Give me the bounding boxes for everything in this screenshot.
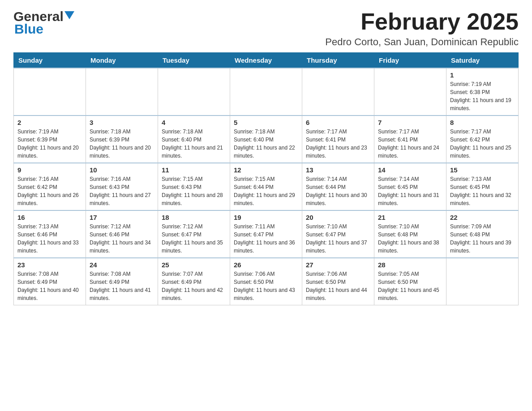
day-info: Sunrise: 7:16 AM Sunset: 6:42 PM Dayligh… [17,175,82,207]
calendar-cell: 8Sunrise: 7:17 AM Sunset: 6:42 PM Daylig… [446,116,519,163]
day-info: Sunrise: 7:15 AM Sunset: 6:44 PM Dayligh… [234,175,298,207]
calendar-cell [374,68,446,116]
calendar-cell: 5Sunrise: 7:18 AM Sunset: 6:40 PM Daylig… [230,116,302,163]
day-info: Sunrise: 7:12 AM Sunset: 6:46 PM Dayligh… [90,223,154,255]
day-info: Sunrise: 7:19 AM Sunset: 6:38 PM Dayligh… [450,80,515,112]
day-info: Sunrise: 7:13 AM Sunset: 6:45 PM Dayligh… [450,175,515,207]
day-number: 13 [306,166,370,174]
svg-marker-0 [64,11,74,19]
day-number: 3 [90,119,154,126]
day-info: Sunrise: 7:17 AM Sunset: 6:41 PM Dayligh… [378,128,442,160]
calendar-cell: 4Sunrise: 7:18 AM Sunset: 6:40 PM Daylig… [158,116,230,163]
day-number: 18 [162,214,226,221]
calendar-cell [158,68,230,116]
calendar-cell: 25Sunrise: 7:07 AM Sunset: 6:49 PM Dayli… [158,258,230,305]
calendar-cell [230,68,302,116]
day-number: 25 [162,261,226,269]
day-number: 10 [90,166,154,174]
day-info: Sunrise: 7:07 AM Sunset: 6:49 PM Dayligh… [162,270,226,302]
day-number: 8 [450,119,515,126]
month-title: February 2025 [325,9,519,34]
calendar-cell: 18Sunrise: 7:12 AM Sunset: 6:47 PM Dayli… [158,210,230,258]
day-number: 23 [17,261,82,269]
calendar-cell: 3Sunrise: 7:18 AM Sunset: 6:39 PM Daylig… [86,116,158,163]
day-info: Sunrise: 7:08 AM Sunset: 6:49 PM Dayligh… [90,270,154,302]
calendar-cell: 9Sunrise: 7:16 AM Sunset: 6:42 PM Daylig… [14,163,86,210]
calendar-cell [446,258,519,305]
calendar-cell: 26Sunrise: 7:06 AM Sunset: 6:50 PM Dayli… [230,258,302,305]
calendar-week-row: 9Sunrise: 7:16 AM Sunset: 6:42 PM Daylig… [14,163,519,210]
calendar-cell: 12Sunrise: 7:15 AM Sunset: 6:44 PM Dayli… [230,163,302,210]
calendar-cell: 7Sunrise: 7:17 AM Sunset: 6:41 PM Daylig… [374,116,446,163]
day-number: 7 [378,119,442,126]
logo-triangle-icon [64,11,74,21]
calendar-cell [86,68,158,116]
calendar-cell: 19Sunrise: 7:11 AM Sunset: 6:47 PM Dayli… [230,210,302,258]
location-title: Pedro Corto, San Juan, Dominican Republi… [325,36,519,48]
weekday-header-sunday: Sunday [14,53,86,68]
day-info: Sunrise: 7:18 AM Sunset: 6:40 PM Dayligh… [234,128,298,160]
calendar-cell: 1Sunrise: 7:19 AM Sunset: 6:38 PM Daylig… [446,68,519,116]
day-number: 1 [450,71,515,79]
day-info: Sunrise: 7:08 AM Sunset: 6:49 PM Dayligh… [17,270,82,302]
day-number: 11 [162,166,226,174]
page-header: General Blue February 2025 Pedro Corto, … [13,9,519,48]
day-number: 27 [306,261,370,269]
logo-blue: Blue [14,21,43,37]
calendar-cell: 11Sunrise: 7:15 AM Sunset: 6:43 PM Dayli… [158,163,230,210]
day-info: Sunrise: 7:09 AM Sunset: 6:48 PM Dayligh… [450,223,515,255]
calendar-cell [302,68,374,116]
weekday-header-saturday: Saturday [446,53,519,68]
day-info: Sunrise: 7:11 AM Sunset: 6:47 PM Dayligh… [234,223,298,255]
day-info: Sunrise: 7:14 AM Sunset: 6:44 PM Dayligh… [306,175,370,207]
day-info: Sunrise: 7:13 AM Sunset: 6:46 PM Dayligh… [17,223,82,255]
day-info: Sunrise: 7:10 AM Sunset: 6:47 PM Dayligh… [306,223,370,255]
weekday-header-wednesday: Wednesday [230,53,302,68]
day-info: Sunrise: 7:15 AM Sunset: 6:43 PM Dayligh… [162,175,226,207]
day-number: 6 [306,119,370,126]
weekday-header-tuesday: Tuesday [158,53,230,68]
calendar-week-row: 1Sunrise: 7:19 AM Sunset: 6:38 PM Daylig… [14,68,519,116]
day-number: 19 [234,214,298,221]
day-number: 12 [234,166,298,174]
day-number: 20 [306,214,370,221]
weekday-header-row: SundayMondayTuesdayWednesdayThursdayFrid… [14,53,519,68]
day-number: 9 [17,166,82,174]
day-number: 14 [378,166,442,174]
weekday-header-friday: Friday [374,53,446,68]
day-number: 24 [90,261,154,269]
calendar-cell: 13Sunrise: 7:14 AM Sunset: 6:44 PM Dayli… [302,163,374,210]
calendar-cell: 28Sunrise: 7:05 AM Sunset: 6:50 PM Dayli… [374,258,446,305]
day-info: Sunrise: 7:19 AM Sunset: 6:39 PM Dayligh… [17,128,82,160]
calendar-table: SundayMondayTuesdayWednesdayThursdayFrid… [13,52,519,305]
day-info: Sunrise: 7:05 AM Sunset: 6:50 PM Dayligh… [378,270,442,302]
day-number: 21 [378,214,442,221]
calendar-cell [14,68,86,116]
day-number: 4 [162,119,226,126]
calendar-cell: 21Sunrise: 7:10 AM Sunset: 6:48 PM Dayli… [374,210,446,258]
day-number: 26 [234,261,298,269]
title-block: February 2025 Pedro Corto, San Juan, Dom… [325,9,519,48]
calendar-cell: 2Sunrise: 7:19 AM Sunset: 6:39 PM Daylig… [14,116,86,163]
calendar-cell: 6Sunrise: 7:17 AM Sunset: 6:41 PM Daylig… [302,116,374,163]
calendar-cell: 10Sunrise: 7:16 AM Sunset: 6:43 PM Dayli… [86,163,158,210]
calendar-week-row: 23Sunrise: 7:08 AM Sunset: 6:49 PM Dayli… [14,258,519,305]
calendar-cell: 22Sunrise: 7:09 AM Sunset: 6:48 PM Dayli… [446,210,519,258]
calendar-cell: 24Sunrise: 7:08 AM Sunset: 6:49 PM Dayli… [86,258,158,305]
calendar-week-row: 2Sunrise: 7:19 AM Sunset: 6:39 PM Daylig… [14,116,519,163]
weekday-header-thursday: Thursday [302,53,374,68]
day-number: 2 [17,119,82,126]
day-number: 22 [450,214,515,221]
day-info: Sunrise: 7:06 AM Sunset: 6:50 PM Dayligh… [234,270,298,302]
day-info: Sunrise: 7:10 AM Sunset: 6:48 PM Dayligh… [378,223,442,255]
logo: General Blue [13,9,74,37]
calendar-cell: 20Sunrise: 7:10 AM Sunset: 6:47 PM Dayli… [302,210,374,258]
day-info: Sunrise: 7:14 AM Sunset: 6:45 PM Dayligh… [378,175,442,207]
calendar-cell: 16Sunrise: 7:13 AM Sunset: 6:46 PM Dayli… [14,210,86,258]
day-number: 16 [17,214,82,221]
calendar-week-row: 16Sunrise: 7:13 AM Sunset: 6:46 PM Dayli… [14,210,519,258]
day-number: 28 [378,261,442,269]
calendar-cell: 14Sunrise: 7:14 AM Sunset: 6:45 PM Dayli… [374,163,446,210]
day-info: Sunrise: 7:17 AM Sunset: 6:41 PM Dayligh… [306,128,370,160]
calendar-cell: 17Sunrise: 7:12 AM Sunset: 6:46 PM Dayli… [86,210,158,258]
